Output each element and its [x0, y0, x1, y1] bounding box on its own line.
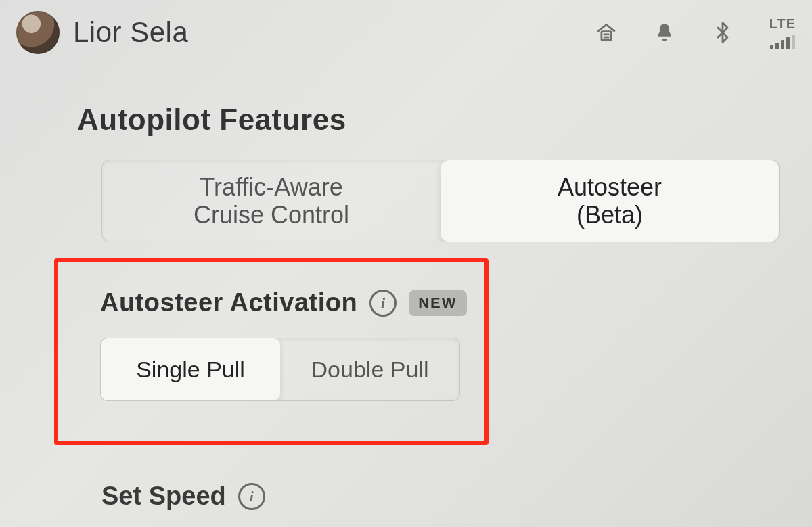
profile-name: Lior Sela — [73, 16, 188, 49]
status-bar: Lior Sela LTE — [0, 5, 812, 60]
profile-chip[interactable]: Lior Sela — [16, 11, 188, 54]
set-speed-heading: Set Speed — [102, 482, 226, 511]
signal-label: LTE — [769, 16, 796, 32]
signal-bars-icon — [770, 35, 795, 49]
homelink-icon[interactable] — [595, 21, 618, 44]
activation-option-double[interactable]: Double Pull — [280, 338, 459, 400]
cellular-signal[interactable]: LTE — [769, 16, 796, 49]
status-icons: LTE — [595, 16, 796, 49]
svg-rect-0 — [602, 32, 611, 41]
autopilot-mode-toggle: Traffic-Aware Cruise Control Autosteer (… — [102, 160, 780, 242]
mode-option-tacc[interactable]: Traffic-Aware Cruise Control — [102, 160, 441, 242]
activation-heading-row: Autosteer Activation i NEW — [100, 288, 766, 317]
bluetooth-icon[interactable] — [711, 21, 734, 44]
info-icon[interactable]: i — [369, 290, 397, 317]
set-speed-row[interactable]: Set Speed i — [102, 482, 785, 511]
activation-heading: Autosteer Activation — [100, 288, 357, 317]
info-icon[interactable]: i — [238, 483, 265, 510]
activation-toggle: Single Pull Double Pull — [100, 338, 460, 401]
activation-option-single[interactable]: Single Pull — [101, 338, 280, 400]
bell-icon[interactable] — [653, 21, 676, 44]
new-badge: NEW — [409, 290, 466, 316]
divider — [102, 461, 778, 461]
avatar — [16, 11, 60, 54]
autosteer-activation-group: Autosteer Activation i NEW Single Pull D… — [81, 275, 785, 421]
section-title: Autopilot Features — [77, 103, 785, 137]
settings-content: Autopilot Features Traffic-Aware Cruise … — [74, 95, 785, 511]
mode-option-autosteer[interactable]: Autosteer (Beta) — [441, 160, 779, 242]
